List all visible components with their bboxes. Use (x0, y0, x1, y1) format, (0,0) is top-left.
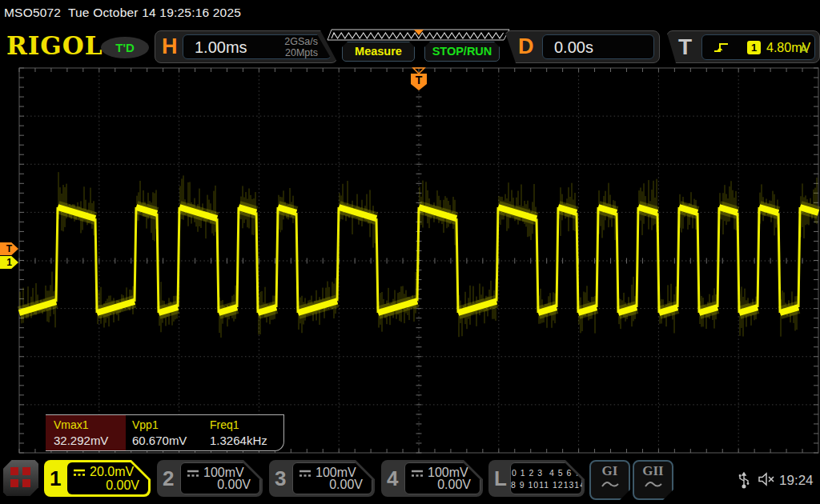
menu-button[interactable] (3, 460, 38, 496)
clock-time: 19:24 (779, 473, 814, 489)
sample-rate: 2GSa/s (284, 36, 318, 47)
trigger-box: 1 4.80mV A (701, 34, 815, 60)
measurement-value: 1.3264kHz (210, 434, 267, 447)
acquisition-info: 2GSa/s 20Mpts (284, 36, 318, 58)
delay-box: 0.00s (542, 34, 654, 59)
channel-offset: 0.00V (106, 478, 139, 493)
measurement-label: Vmax1 (54, 418, 89, 431)
channel-number: 2 (163, 466, 174, 490)
trigger-mode: A (799, 42, 808, 55)
sine-wave-icon (601, 479, 620, 489)
channel-settings-box: 100mV 0.00V (404, 462, 480, 494)
generator2-button[interactable]: GII (633, 460, 673, 500)
measurement-value: 60.670mV (132, 434, 187, 447)
waveform-overview-strip[interactable] (327, 29, 511, 42)
trigger-slope-icon (713, 40, 730, 54)
digital-bits-row1: 0 1 2 3 4 5 6 7 (511, 468, 581, 478)
digital-bits-box: 0 1 2 3 4 5 6 7 8 9 1011 12131415 (510, 462, 582, 494)
channel3-badge[interactable]: 3 100mV 0.00V (269, 460, 375, 497)
trigger-panel[interactable]: T 1 4.80mV A (666, 30, 820, 63)
generator1-button[interactable]: GI (589, 460, 630, 500)
channel-number: 4 (387, 466, 398, 490)
measure-button[interactable]: Measure (342, 42, 415, 62)
channel2-badge[interactable]: 2 100mV 0.00V (157, 460, 263, 497)
oscilloscope-screen: MSO5072 Tue October 14 19:25:16 2025 RIG… (0, 0, 820, 504)
channel-number: 3 (275, 466, 286, 490)
channel4-badge[interactable]: 4 100mV 0.00V (381, 460, 483, 497)
channel-number: 1 (50, 466, 61, 490)
horizontal-panel[interactable]: H 1.00ms 2GSa/s 20Mpts (155, 30, 338, 63)
dc-coupling-icon (73, 469, 86, 477)
channel-settings-box: 100mV 0.00V (292, 462, 372, 494)
dc-coupling-icon (411, 470, 424, 478)
channel-scale: 20.0mV (90, 465, 134, 479)
h-label: H (162, 36, 178, 58)
sine-wave-icon (644, 479, 663, 489)
t-label: T (678, 36, 692, 58)
speaker-muted-icon[interactable] (758, 472, 777, 486)
channel-offset: 0.00V (437, 478, 471, 492)
digital-channels-badge[interactable]: L 0 1 2 3 4 5 6 7 8 9 1011 12131415 (488, 460, 585, 497)
measurement-item-freq[interactable]: Freq1 1.3264kHz (202, 415, 279, 450)
memory-depth: 20Mpts (284, 47, 318, 58)
channel1-badge[interactable]: 1 20.0mV 0.00V (44, 460, 151, 497)
generator-label: GII (634, 463, 672, 479)
channel-offset: 0.00V (217, 478, 251, 492)
trigger-notch-icon (412, 67, 426, 74)
timebase-box: 1.00ms 2GSa/s 20Mpts (183, 34, 332, 59)
channel-offset: 0.00V (329, 478, 363, 492)
trigger-status-badge: T'D (101, 37, 149, 58)
digital-label: L (494, 466, 507, 490)
digital-bits-row2: 8 9 1011 12131415 (511, 480, 581, 490)
delay-panel[interactable]: D 0.00s (504, 30, 660, 63)
measurement-label: Freq1 (210, 418, 239, 431)
menu-grid-icon (10, 467, 18, 475)
delay-value: 0.00s (554, 38, 593, 57)
measurement-item-vmax[interactable]: Vmax1 32.292mV (46, 415, 123, 450)
measurement-value: 32.292mV (54, 434, 108, 447)
dc-coupling-icon (299, 470, 312, 478)
measurement-label: Vpp1 (132, 418, 159, 431)
channel-settings-box: 100mV 0.00V (180, 462, 260, 494)
measurement-panel: Vmax1 32.292mV Vpp1 60.670mV Freq1 1.326… (46, 414, 284, 451)
d-label: D (518, 36, 534, 58)
dc-coupling-icon (187, 470, 199, 478)
measurement-item-vpp[interactable]: Vpp1 60.670mV (124, 415, 201, 450)
timebase-value: 1.00ms (195, 38, 247, 57)
rigol-logo: RIGOL (6, 34, 103, 58)
channel-settings-box: 20.0mV 0.00V (67, 462, 148, 494)
trigger-source-badge: 1 (747, 41, 761, 54)
generator-label: GI (591, 463, 629, 479)
usb-icon (738, 470, 750, 489)
stop-run-button[interactable]: STOP/RUN (424, 42, 500, 62)
